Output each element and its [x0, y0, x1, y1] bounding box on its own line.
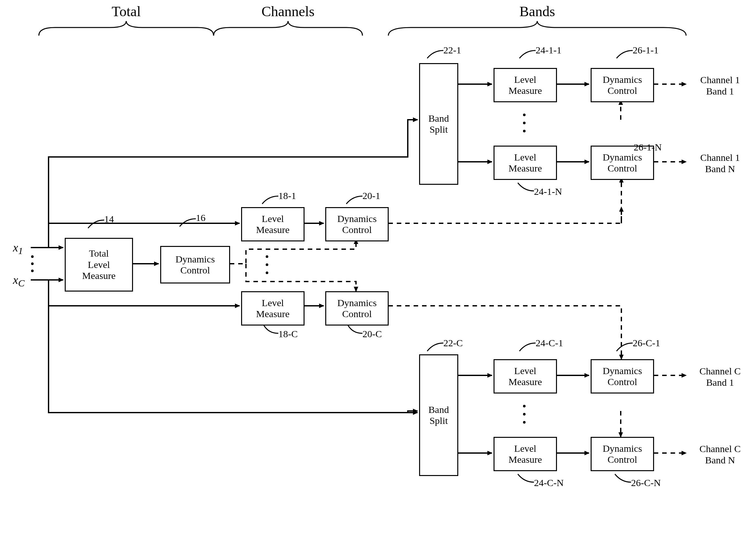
ref-26-c-n: 26-C-N [631, 477, 661, 489]
ref-20-1: 20-1 [362, 190, 380, 202]
svg-point-0 [31, 255, 34, 258]
block-total-level-measure: TotalLevelMeasure [65, 238, 133, 292]
svg-point-10 [523, 413, 526, 416]
block-level-measure-24-1-n: LevelMeasure [494, 146, 557, 180]
block-level-measure-24-1-1: LevelMeasure [494, 68, 557, 102]
block-dynamics-control-16: DynamicsControl [160, 246, 230, 283]
block-dynamics-control-26-c-n: DynamicsControl [591, 437, 654, 471]
output-ch1-b1: Channel 1Band 1 [689, 74, 751, 97]
block-dynamics-control-20-c: DynamicsControl [325, 291, 389, 326]
ref-24-1-n: 24-1-N [534, 186, 562, 197]
ref-22-1: 22-1 [443, 45, 461, 56]
output-ch1-bn: Channel 1Band N [689, 152, 751, 174]
block-band-split-22-c: BandSplit [419, 354, 458, 476]
ref-18-c: 18-C [278, 328, 298, 340]
output-chc-b1: Channel CBand 1 [689, 366, 751, 388]
ref-22-c: 22-C [443, 338, 463, 349]
ref-26-1-n: 26-1-N [634, 142, 662, 153]
block-level-measure-18-c: LevelMeasure [241, 291, 305, 326]
svg-point-6 [523, 114, 526, 116]
ref-26-1-1: 26-1-1 [633, 45, 659, 56]
svg-point-2 [31, 270, 34, 272]
svg-point-1 [31, 262, 34, 265]
input-xc: xC [13, 273, 25, 289]
svg-point-11 [523, 421, 526, 424]
svg-point-4 [266, 263, 268, 266]
output-chc-bn: Channel CBand N [689, 443, 751, 466]
ref-26-c-1: 26-C-1 [633, 338, 660, 349]
block-dynamics-control-20-1: DynamicsControl [325, 207, 389, 241]
ref-18-1: 18-1 [278, 190, 296, 202]
ref-16: 16 [196, 212, 206, 224]
ref-24-c-n: 24-C-N [534, 477, 564, 489]
svg-point-3 [266, 255, 268, 258]
svg-point-9 [523, 405, 526, 407]
ref-24-1-1: 24-1-1 [536, 45, 561, 56]
ref-14: 14 [104, 214, 114, 225]
svg-point-7 [523, 122, 526, 124]
ref-24-c-1: 24-C-1 [536, 338, 563, 349]
ref-20-c: 20-C [362, 328, 382, 340]
block-level-measure-24-c-1: LevelMeasure [494, 359, 557, 393]
block-band-split-22-1: BandSplit [419, 63, 458, 185]
block-level-measure-24-c-n: LevelMeasure [494, 437, 557, 471]
block-dynamics-control-26-1-1: DynamicsControl [591, 68, 654, 102]
input-x1: x1 [13, 241, 23, 257]
svg-point-8 [523, 130, 526, 132]
svg-point-5 [266, 271, 268, 274]
block-level-measure-18-1: LevelMeasure [241, 207, 305, 241]
block-dynamics-control-26-c-1: DynamicsControl [591, 359, 654, 393]
